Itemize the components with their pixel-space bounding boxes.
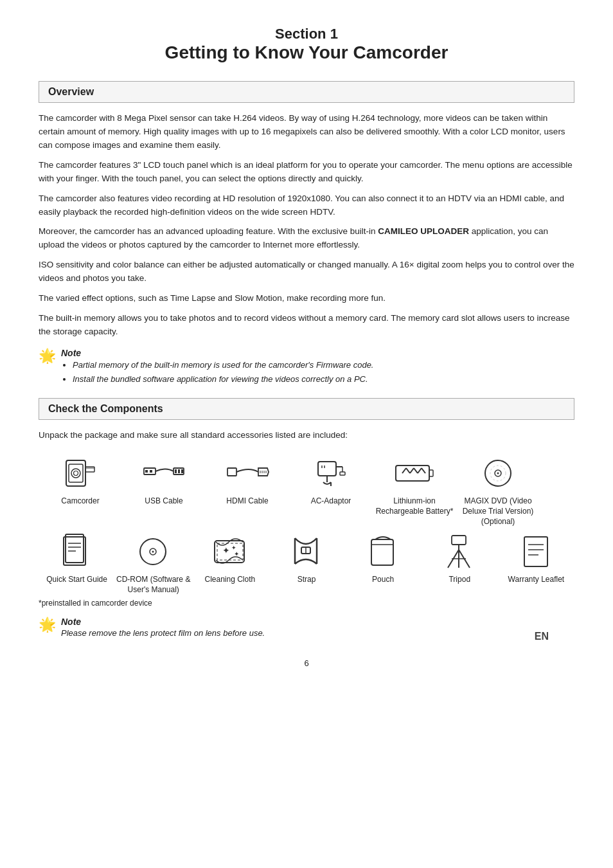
svg-rect-24 [340, 472, 345, 475]
strap-icon [289, 531, 324, 572]
svg-text:✦: ✦ [234, 550, 239, 557]
note-title: Note [61, 348, 373, 358]
usb-cable-icon [141, 453, 186, 494]
component-hdmi-cable: HDMI Cable [206, 453, 289, 527]
component-warranty: Warranty Leaflet [498, 531, 574, 595]
note-sun-icon-2: 🌟 [39, 617, 56, 633]
warranty-icon [519, 531, 553, 572]
overview-para-1: The camcorder with 8 Mega Pixel sensor c… [39, 112, 574, 152]
cleaning-cloth-icon: ✦ ✦ ✦ [211, 531, 249, 572]
component-ac-adaptor: AC-Adaptor [289, 453, 373, 527]
warranty-label: Warranty Leaflet [508, 574, 565, 584]
component-usb-cable: USB Cable [122, 453, 206, 527]
components-note: 🌟 Note Please remove the lens protect fi… [39, 617, 574, 640]
preinstalled-note: *preinstalled in camcorder device [39, 599, 574, 608]
magix-dvd-icon [481, 453, 516, 494]
overview-para-2: The camcorder features 3" LCD touch pane… [39, 159, 574, 186]
page-header: Section 1 Getting to Know Your Camcorder [39, 26, 574, 63]
overview-heading: Overview [48, 86, 565, 98]
cleaning-cloth-label: Cleaning Cloth [204, 574, 255, 584]
note2-title: Note [61, 617, 265, 627]
components-row-1: Camcorder USB Cable [39, 453, 574, 527]
overview-heading-box: Overview [39, 81, 574, 103]
overview-para-5: ISO sensitivity and color balance can ei… [39, 258, 574, 285]
overview-para-4: Moreover, the camcorder has an advanced … [39, 225, 574, 252]
component-battery: Lithiunm-ion Rechargeable Battery* [373, 453, 456, 527]
svg-line-33 [418, 468, 422, 473]
battery-label: Lithiunm-ion Rechargeable Battery* [373, 496, 456, 516]
svg-rect-13 [227, 468, 236, 476]
ac-adaptor-icon [312, 453, 350, 494]
pouch-icon [366, 531, 400, 572]
component-quick-start: Quick Start Guide [39, 531, 115, 595]
note2-content: Note Please remove the lens protect film… [61, 617, 265, 640]
svg-rect-10 [175, 469, 177, 473]
svg-line-29 [402, 468, 406, 473]
component-cd-rom: CD-ROM (Software & User's Manual) [115, 531, 191, 595]
note-sun-icon: 🌟 [39, 348, 56, 365]
note2-text: Please remove the lens protect film on l… [61, 627, 265, 640]
components-heading: Check the Components [48, 403, 565, 415]
page-number: 6 [39, 658, 574, 668]
overview-para-3: The camcorder also features video record… [39, 192, 574, 219]
note-item-2: Install the bundled software application… [73, 372, 373, 386]
svg-rect-40 [66, 534, 84, 563]
overview-note: 🌟 Note Partial memory of the built-in me… [39, 348, 574, 386]
component-tripod: Tripod [422, 531, 498, 595]
magix-dvd-label: MAGIX DVD (Video Deluxe Trial Version) (… [456, 496, 540, 527]
quick-start-label: Quick Start Guide [46, 574, 107, 584]
component-pouch: Pouch [345, 531, 422, 595]
tripod-label: Tripod [449, 574, 470, 584]
svg-line-32 [414, 468, 418, 473]
components-row-2: Quick Start Guide CD-ROM (Software & Use… [39, 531, 574, 595]
components-heading-box: Check the Components [39, 398, 574, 420]
svg-rect-4 [85, 467, 94, 472]
svg-rect-55 [371, 539, 393, 565]
svg-marker-14 [258, 468, 269, 476]
svg-line-34 [422, 468, 425, 473]
overview-para-6: The varied effect options, such as Time … [39, 292, 574, 305]
section-title: Getting to Know Your Camcorder [39, 42, 574, 63]
quick-start-icon [60, 531, 94, 572]
component-strap: Strap [268, 531, 344, 595]
svg-rect-56 [452, 536, 466, 545]
svg-line-31 [410, 468, 414, 473]
note-item-1: Partial memory of the built-in memory is… [73, 358, 373, 372]
strap-label: Strap [298, 574, 316, 584]
svg-rect-62 [524, 537, 547, 566]
components-intro: Unpack the package and make sure all sta… [39, 429, 574, 442]
svg-text:✦: ✦ [222, 545, 230, 556]
section-line: Section 1 [39, 26, 574, 42]
battery-icon [392, 453, 437, 494]
camcorder-icon [64, 453, 97, 494]
svg-point-2 [71, 469, 80, 478]
svg-point-46 [152, 550, 154, 552]
tripod-icon [440, 531, 479, 572]
hdmi-cable-label: HDMI Cable [226, 496, 268, 506]
pouch-label: Pouch [372, 574, 394, 584]
svg-point-37 [497, 473, 499, 475]
svg-line-30 [406, 468, 410, 473]
overview-para-7: The built-in memory allows you to take p… [39, 312, 574, 339]
ac-adaptor-label: AC-Adaptor [311, 496, 351, 506]
svg-rect-11 [178, 469, 180, 473]
note-list: Partial memory of the built-in memory is… [73, 358, 373, 386]
svg-rect-8 [145, 470, 148, 473]
svg-rect-27 [396, 466, 429, 481]
component-camcorder: Camcorder [39, 453, 122, 527]
component-magix-dvd: MAGIX DVD (Video Deluxe Trial Version) (… [456, 453, 540, 527]
svg-point-3 [74, 471, 78, 476]
svg-rect-19 [318, 462, 336, 476]
en-badge: EN [535, 631, 549, 642]
hdmi-cable-icon [225, 453, 270, 494]
cd-rom-label: CD-ROM (Software & User's Manual) [115, 574, 191, 595]
svg-rect-12 [181, 469, 183, 473]
usb-cable-label: USB Cable [145, 496, 182, 506]
svg-rect-9 [150, 470, 152, 473]
cd-rom-icon [136, 531, 171, 572]
camcorder-label: Camcorder [61, 496, 99, 506]
component-cleaning-cloth: ✦ ✦ ✦ Cleaning Cloth [191, 531, 268, 595]
note-content: Note Partial memory of the built-in memo… [61, 348, 373, 386]
